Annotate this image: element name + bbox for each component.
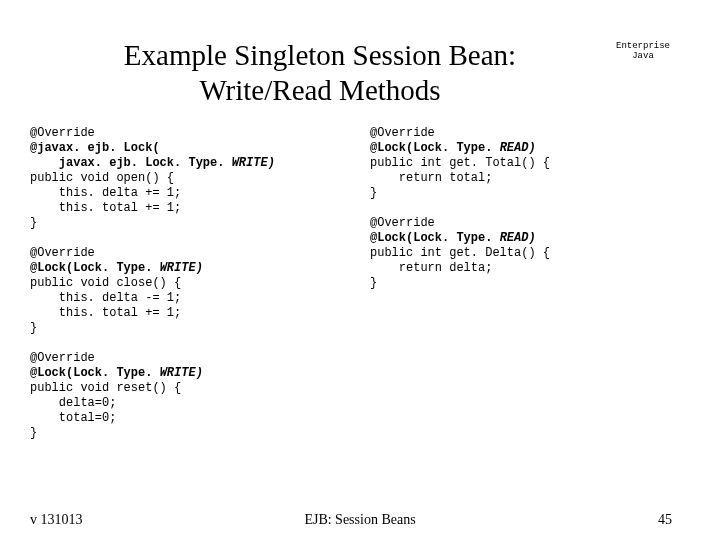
code-line: public void open() { xyxy=(30,171,174,185)
slide-title: Example Singleton Session Bean: Write/Re… xyxy=(40,38,600,108)
code-line: } xyxy=(30,216,37,230)
code-line: @Override xyxy=(370,216,435,230)
code-line: delta=0; xyxy=(30,396,116,410)
title-line1: Example Singleton Session Bean: xyxy=(124,39,516,71)
code-line: public void reset() { xyxy=(30,381,181,395)
code-right-column: @Override @Lock(Lock. Type. READ) public… xyxy=(370,126,690,441)
code-line: this. total += 1; xyxy=(30,201,181,215)
corner-label: Enterprise Java xyxy=(616,42,670,62)
code-line: javax. ejb. Lock. Type. xyxy=(30,156,232,170)
code-line: @Lock(Lock. Type. xyxy=(30,366,160,380)
code-line: @javax. ejb. Lock( xyxy=(30,141,160,155)
title-line2: Write/Read Methods xyxy=(199,74,440,106)
code-line: } xyxy=(370,276,377,290)
footer-title: EJB: Session Beans xyxy=(0,512,720,528)
code-line: @Override xyxy=(30,246,95,260)
code-line: this. delta -= 1; xyxy=(30,291,181,305)
corner-line1: Enterprise xyxy=(616,41,670,51)
code-line: @Override xyxy=(30,351,95,365)
code-line: public int get. Delta() { xyxy=(370,246,550,260)
code-line: this. delta += 1; xyxy=(30,186,181,200)
code-em: READ) xyxy=(500,231,536,245)
code-line: } xyxy=(30,426,37,440)
code-line: @Lock(Lock. Type. xyxy=(30,261,160,275)
code-line: return total; xyxy=(370,171,492,185)
code-em: WRITE) xyxy=(232,156,275,170)
code-line: @Override xyxy=(30,126,95,140)
code-line: @Lock(Lock. Type. xyxy=(370,231,500,245)
corner-line2: Java xyxy=(632,51,654,61)
code-line: return delta; xyxy=(370,261,492,275)
code-line: } xyxy=(370,186,377,200)
code-em: WRITE) xyxy=(160,366,203,380)
code-em: WRITE) xyxy=(160,261,203,275)
code-line: total=0; xyxy=(30,411,116,425)
code-line: @Lock(Lock. Type. xyxy=(370,141,500,155)
code-area: @Override @javax. ejb. Lock( javax. ejb.… xyxy=(0,126,720,441)
code-line: } xyxy=(30,321,37,335)
code-line: this. total += 1; xyxy=(30,306,181,320)
page-number: 45 xyxy=(658,512,672,528)
code-line: public int get. Total() { xyxy=(370,156,550,170)
code-line: @Override xyxy=(370,126,435,140)
code-left-column: @Override @javax. ejb. Lock( javax. ejb.… xyxy=(30,126,370,441)
code-em: READ) xyxy=(500,141,536,155)
code-line: public void close() { xyxy=(30,276,181,290)
